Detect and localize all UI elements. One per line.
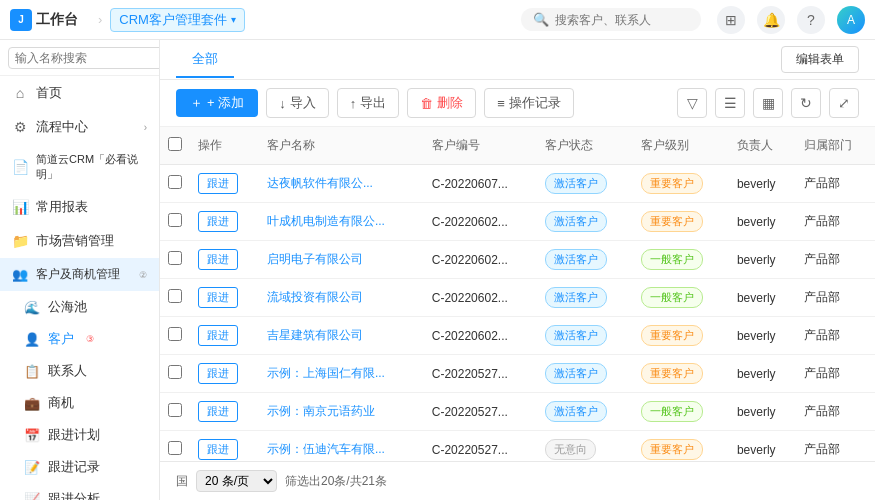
column-icon-btn[interactable]: ☰ (715, 88, 745, 118)
page-size-select[interactable]: 20 条/页 50 条/页 100 条/页 (196, 470, 277, 492)
cell-code-6: C-20220527... (424, 393, 537, 431)
cell-code-4: C-20220602... (424, 317, 537, 355)
sidebar-item-customers[interactable]: 👤 客户 ③ (0, 323, 159, 355)
cell-owner-4: beverly (729, 317, 796, 355)
crm-breadcrumb[interactable]: CRM客户管理套件 ▾ (110, 8, 245, 32)
chart-icon-btn[interactable]: ▦ (753, 88, 783, 118)
customer-table: 操作 客户名称 客户编号 客户状态 客户级别 负责人 归属部门 跟进 达夜帆软件… (160, 127, 875, 461)
sidebar-search-input[interactable] (8, 47, 160, 69)
col-dept: 归属部门 (796, 127, 875, 165)
follow-button-3[interactable]: 跟进 (198, 287, 238, 308)
chart-icon: 📊 (12, 199, 28, 215)
follow-button-7[interactable]: 跟进 (198, 439, 238, 460)
refresh-icon-btn[interactable]: ↻ (791, 88, 821, 118)
add-button[interactable]: ＋ + 添加 (176, 89, 258, 117)
delete-button[interactable]: 🗑 删除 (407, 88, 476, 118)
cell-level-1: 重要客户 (633, 203, 729, 241)
page-icon: 国 (176, 473, 188, 490)
sidebar-label-reports: 常用报表 (36, 198, 88, 216)
tab-all[interactable]: 全部 (176, 42, 234, 78)
table-row: 跟进 叶成机电制造有限公... C-20220602... 激活客户 重要客户 … (160, 203, 875, 241)
cell-status-4: 激活客户 (537, 317, 633, 355)
sidebar-item-reports[interactable]: 📊 常用报表 (0, 190, 159, 224)
sidebar-item-follow-plan[interactable]: 📅 跟进计划 (0, 419, 159, 451)
sidebar-label-crm-intro: 简道云CRM「必看说明」 (36, 152, 147, 182)
cell-name-2: 启明电子有限公司 (259, 241, 424, 279)
sidebar-item-flow[interactable]: ⚙ 流程中心 › (0, 110, 159, 144)
row-checkbox-6[interactable] (168, 403, 182, 417)
sidebar-item-opportunity[interactable]: 💼 商机 (0, 387, 159, 419)
cell-status-7: 无意向 (537, 431, 633, 462)
operation-log-button[interactable]: ≡ 操作记录 (484, 88, 574, 118)
row-checkbox-7[interactable] (168, 441, 182, 455)
question-icon[interactable]: ? (797, 6, 825, 34)
select-all-checkbox[interactable] (168, 137, 182, 151)
edit-list-button[interactable]: 编辑表单 (781, 46, 859, 73)
row-checkbox-5[interactable] (168, 365, 182, 379)
follow-button-4[interactable]: 跟进 (198, 325, 238, 346)
sidebar-group-biz[interactable]: 👥 客户及商机管理 ② (0, 258, 159, 291)
follow-button-1[interactable]: 跟进 (198, 211, 238, 232)
delete-icon: 🗑 (420, 96, 433, 111)
cell-owner-1: beverly (729, 203, 796, 241)
sea-icon: 🌊 (24, 300, 40, 315)
sidebar-label-contacts: 联系人 (48, 362, 87, 380)
cell-dept-5: 产品部 (796, 355, 875, 393)
analysis-icon: 📈 (24, 492, 40, 501)
row-checkbox-1[interactable] (168, 213, 182, 227)
customer-badge: ③ (86, 334, 94, 344)
arrow-icon: › (144, 122, 147, 133)
cell-name-7: 示例：伍迪汽车有限... (259, 431, 424, 462)
sidebar-item-follow-analysis[interactable]: 📈 跟进分析 (0, 483, 159, 500)
cell-status-5: 激活客户 (537, 355, 633, 393)
avatar[interactable]: A (837, 6, 865, 34)
sidebar-item-home[interactable]: ⌂ 首页 (0, 76, 159, 110)
sidebar-header: + 新建 « (0, 40, 159, 76)
sidebar-item-public-pool[interactable]: 🌊 公海池 (0, 291, 159, 323)
table-row: 跟进 示例：伍迪汽车有限... C-20220527... 无意向 重要客户 b… (160, 431, 875, 462)
flow-icon: ⚙ (12, 119, 28, 135)
toolbar-right: ▽ ☰ ▦ ↻ ⤢ (677, 88, 859, 118)
follow-button-0[interactable]: 跟进 (198, 173, 238, 194)
cell-level-2: 一般客户 (633, 241, 729, 279)
cell-dept-0: 产品部 (796, 165, 875, 203)
table-row: 跟进 启明电子有限公司 C-20220602... 激活客户 一般客户 beve… (160, 241, 875, 279)
fullscreen-icon-btn[interactable]: ⤢ (829, 88, 859, 118)
row-checkbox-0[interactable] (168, 175, 182, 189)
bell-icon[interactable]: 🔔 (757, 6, 785, 34)
cell-code-2: C-20220602... (424, 241, 537, 279)
cell-name-0: 达夜帆软件有限公... (259, 165, 424, 203)
row-checkbox-3[interactable] (168, 289, 182, 303)
topbar-icons: ⊞ 🔔 ? A (717, 6, 865, 34)
topbar: J 工作台 › CRM客户管理套件 ▾ 🔍 ⊞ 🔔 ? A (0, 0, 875, 40)
import-button[interactable]: ↓ 导入 (266, 88, 329, 118)
sidebar-item-follow-record[interactable]: 📝 跟进记录 (0, 451, 159, 483)
search-bar[interactable]: 🔍 (521, 8, 701, 31)
table-header-row: 操作 客户名称 客户编号 客户状态 客户级别 负责人 归属部门 (160, 127, 875, 165)
crm-dropdown-icon[interactable]: ▾ (231, 14, 236, 25)
cell-name-5: 示例：上海国仁有限... (259, 355, 424, 393)
table-row: 跟进 流域投资有限公司 C-20220602... 激活客户 一般客户 beve… (160, 279, 875, 317)
crm-label: CRM客户管理套件 (119, 11, 227, 29)
cell-code-7: C-20220527... (424, 431, 537, 462)
sidebar-item-contacts[interactable]: 📋 联系人 (0, 355, 159, 387)
cell-owner-7: beverly (729, 431, 796, 462)
cell-name-3: 流域投资有限公司 (259, 279, 424, 317)
search-input[interactable] (555, 13, 695, 27)
toolbar: ＋ + 添加 ↓ 导入 ↑ 导出 🗑 删除 ≡ 操作记录 ▽ ☰ (160, 80, 875, 127)
follow-button-2[interactable]: 跟进 (198, 249, 238, 270)
add-icon: ＋ (190, 94, 203, 112)
grid-icon[interactable]: ⊞ (717, 6, 745, 34)
filter-icon-btn[interactable]: ▽ (677, 88, 707, 118)
follow-button-5[interactable]: 跟进 (198, 363, 238, 384)
table-body: 跟进 达夜帆软件有限公... C-20220607... 激活客户 重要客户 b… (160, 165, 875, 462)
sidebar-item-marketing[interactable]: 📁 市场营销管理 (0, 224, 159, 258)
cell-code-0: C-20220607... (424, 165, 537, 203)
sidebar-item-crm-intro[interactable]: 📄 简道云CRM「必看说明」 (0, 144, 159, 190)
export-button[interactable]: ↑ 导出 (337, 88, 400, 118)
follow-button-6[interactable]: 跟进 (198, 401, 238, 422)
row-checkbox-2[interactable] (168, 251, 182, 265)
cell-status-1: 激活客户 (537, 203, 633, 241)
row-checkbox-4[interactable] (168, 327, 182, 341)
cell-dept-3: 产品部 (796, 279, 875, 317)
